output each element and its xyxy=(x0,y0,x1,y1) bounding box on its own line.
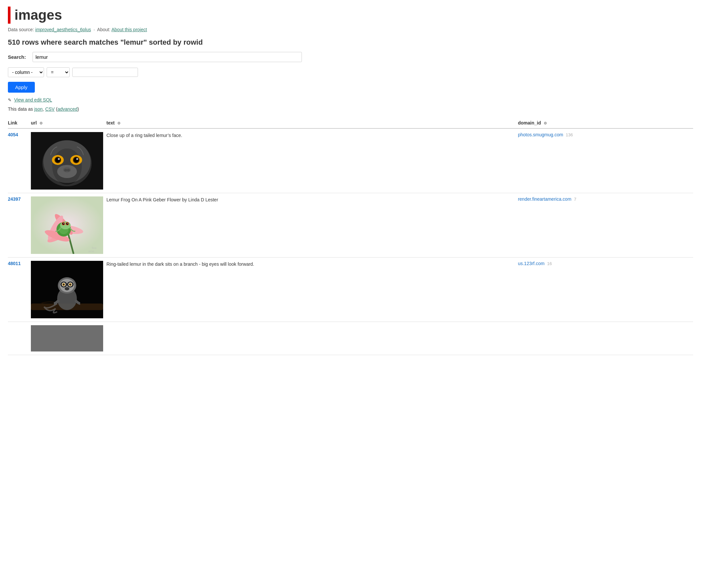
svg-point-15 xyxy=(57,165,77,178)
row-3-domain-link[interactable]: us.123rf.com xyxy=(518,261,545,266)
row-1-domain-link[interactable]: photos.smugmug.com xyxy=(518,132,563,137)
row-2-text-cell: Lemur Frog On A Pink Geber Flower by Lin… xyxy=(106,193,518,257)
row-1-domain-cell: photos.smugmug.com 136 xyxy=(518,129,693,193)
export-row: This data as json, CSV (advanced) xyxy=(8,107,693,112)
row-3-url-cell xyxy=(31,257,106,322)
search-label: Search: xyxy=(8,54,29,60)
svg-point-25 xyxy=(60,221,71,229)
table-header: Link url ⚙ text ⚙ domain_id ⚙ xyxy=(8,118,693,129)
export-json-link[interactable]: json xyxy=(34,107,43,112)
filter-row: - column - = xyxy=(8,67,693,77)
row-4-image xyxy=(31,325,103,352)
table-row: 48011 xyxy=(8,257,693,322)
svg-point-46 xyxy=(70,284,71,285)
svg-text:fine: fine xyxy=(92,246,96,250)
row-4-link-cell xyxy=(8,322,31,355)
table-row xyxy=(8,322,693,355)
pencil-icon: ✎ xyxy=(8,97,11,103)
row-4-domain-cell xyxy=(518,322,693,355)
row-1-link[interactable]: 4054 xyxy=(8,132,18,137)
row-1-domain-count: 136 xyxy=(566,132,573,137)
page-title: images xyxy=(14,7,62,23)
export-csv-link[interactable]: CSV xyxy=(45,107,55,112)
view-edit-sql-link[interactable]: View and edit SQL xyxy=(14,97,52,103)
row-3-domain-cell: us.123rf.com 16 xyxy=(518,257,693,322)
col-header-text: text ⚙ xyxy=(106,118,518,129)
apply-button-container: Apply xyxy=(8,82,693,97)
data-source-line: Data source: improved_aesthetics_6plus ·… xyxy=(8,27,693,32)
row-1-image xyxy=(31,132,103,190)
svg-point-49 xyxy=(65,287,69,290)
sql-link-row: ✎ View and edit SQL xyxy=(8,97,693,103)
results-table: Link url ⚙ text ⚙ domain_id ⚙ 4054 xyxy=(8,118,693,355)
row-4-url-cell xyxy=(31,322,106,355)
svg-point-48 xyxy=(70,284,71,284)
table-body: 4054 xyxy=(8,129,693,355)
row-3-link[interactable]: 48011 xyxy=(8,261,21,266)
row-1-text-cell: Close up of a ring tailed lemur’s face. xyxy=(106,129,518,193)
brand-bar xyxy=(8,7,10,24)
row-2-domain-link[interactable]: render.fineartamerica.com xyxy=(518,196,571,202)
svg-point-47 xyxy=(64,284,64,284)
col-header-link: Link xyxy=(8,118,31,129)
search-input[interactable] xyxy=(32,52,302,62)
row-3-link-cell: 48011 xyxy=(8,257,31,322)
row-2-link[interactable]: 24397 xyxy=(8,196,21,202)
row-2-domain-count: 7 xyxy=(574,197,576,202)
col-header-domain: domain_id ⚙ xyxy=(518,118,693,129)
row-2-image: fine ame... xyxy=(31,196,103,254)
search-row: Search: xyxy=(8,52,693,62)
svg-point-45 xyxy=(63,284,65,285)
row-3-image xyxy=(31,261,103,318)
row-2-link-cell: 24397 xyxy=(8,193,31,257)
svg-point-31 xyxy=(67,223,68,224)
operator-filter-select[interactable]: = xyxy=(47,67,70,77)
filter-value-input[interactable] xyxy=(72,68,138,77)
svg-point-30 xyxy=(63,223,64,224)
row-2-domain-cell: render.fineartamerica.com 7 xyxy=(518,193,693,257)
export-advanced-link[interactable]: advanced xyxy=(57,107,77,112)
column-filter-select[interactable]: - column - xyxy=(8,67,44,77)
about-link[interactable]: About this project xyxy=(111,27,147,32)
data-source-link[interactable]: improved_aesthetics_6plus xyxy=(35,27,91,32)
domain-col-settings-icon[interactable]: ⚙ xyxy=(544,121,547,126)
svg-point-7 xyxy=(58,158,60,160)
row-4-text-cell xyxy=(106,322,518,355)
about-label: About: xyxy=(97,27,110,32)
row-2-url-cell: fine ame... xyxy=(31,193,106,257)
svg-rect-51 xyxy=(31,325,103,352)
row-1-url-cell xyxy=(31,129,106,193)
svg-point-11 xyxy=(76,158,78,160)
row-count-heading: 510 rows where search matches "lemur" so… xyxy=(8,38,693,47)
row-3-text-cell: Ring-tailed lemur in the dark sits on a … xyxy=(106,257,518,322)
svg-text:ame...: ame... xyxy=(88,250,96,253)
table-row: 24397 xyxy=(8,193,693,257)
apply-button[interactable]: Apply xyxy=(8,82,35,92)
export-prefix: This data as xyxy=(8,107,33,112)
url-col-settings-icon[interactable]: ⚙ xyxy=(39,121,43,126)
data-source-label: Data source: xyxy=(8,27,34,32)
table-row: 4054 xyxy=(8,129,693,193)
page-header: images xyxy=(8,7,693,24)
text-col-settings-icon[interactable]: ⚙ xyxy=(117,121,121,126)
row-3-domain-count: 16 xyxy=(547,261,552,266)
col-header-url: url ⚙ xyxy=(31,118,106,129)
row-1-link-cell: 4054 xyxy=(8,129,31,193)
